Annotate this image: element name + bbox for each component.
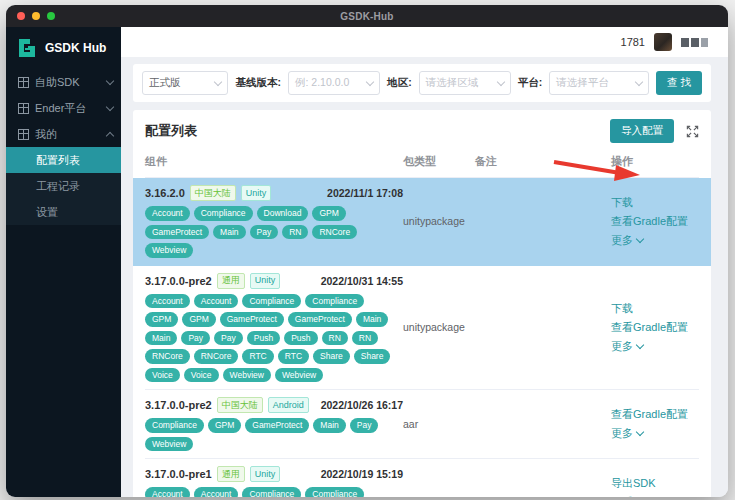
component-pill: Compliance (242, 294, 301, 309)
sidebar-item-project-records[interactable]: 工程记录 (6, 173, 121, 199)
action-link-more[interactable]: 更多 (611, 426, 699, 441)
component-pill: RNCore (145, 349, 190, 364)
zoom-window-icon[interactable] (47, 12, 55, 20)
import-config-button[interactable]: 导入配置 (610, 119, 674, 143)
component-pill: Account (145, 294, 190, 309)
chevron-down-icon (214, 77, 222, 85)
package-type-cell: unitypackage (403, 321, 475, 333)
baseline-version-label: 基线版本: (235, 76, 281, 90)
grid-icon (18, 129, 29, 140)
package-type-text: unitypackage (403, 215, 465, 227)
action-link-导出SDK[interactable]: 导出SDK (611, 476, 699, 491)
sidebar-item-mine[interactable]: 我的 (6, 121, 121, 147)
action-link-more[interactable]: 更多 (611, 339, 699, 354)
package-type-text: aar (403, 418, 418, 430)
action-link-查看Gradle配置[interactable]: 查看Gradle配置 (611, 214, 699, 229)
sidebar-item-label: 自助SDK (35, 75, 80, 90)
component-pill: Compliance (305, 294, 364, 309)
component-pill: GPM (145, 312, 178, 327)
sidebar-item-settings[interactable]: 设置 (6, 199, 121, 225)
date-text: 2022/10/26 16:17 (321, 399, 403, 411)
sidebar-item-label: Ender平台 (35, 101, 86, 116)
config-list-panel: 配置列表 导入配置 (133, 110, 711, 497)
column-header-operation: 操作 (611, 154, 699, 169)
close-window-icon[interactable] (17, 12, 25, 20)
release-type-select[interactable]: 正式版 (142, 71, 228, 95)
region-placeholder: 请选择区域 (426, 76, 479, 90)
platform-tag: Unity (250, 273, 281, 289)
region-select[interactable]: 请选择区域 (419, 71, 511, 95)
component-title-line: 3.16.2.0中国大陆Unity2022/11/1 17:08 (145, 185, 403, 201)
component-pill: Share (313, 349, 350, 364)
platform-select[interactable]: 请选择平台 (549, 71, 649, 95)
grid-icon (18, 103, 29, 114)
component-pill: Pay (214, 331, 243, 346)
component-pill: RNCore (194, 349, 239, 364)
date-text: 2022/11/1 17:08 (327, 187, 403, 199)
date-text: 2022/10/19 15:19 (321, 468, 403, 480)
component-pill: Account (194, 487, 239, 497)
user-avatar[interactable] (654, 33, 672, 51)
component-cell: 3.17.0.0-pre2通用Unity2022/10/31 14:55Acco… (145, 273, 403, 383)
operation-cell: 下载查看Gradle配置更多 (611, 195, 699, 248)
package-type-text: unitypackage (403, 496, 465, 497)
component-title-line: 3.17.0.0-pre1通用Unity2022/10/19 15:19 (145, 466, 403, 482)
table-row[interactable]: 3.17.0.0-pre2通用Unity2022/10/31 14:55Acco… (145, 266, 699, 391)
component-pill: Account (194, 294, 239, 309)
component-cell: 3.16.2.0中国大陆Unity2022/11/1 17:08AccountC… (145, 185, 403, 258)
top-header-bar: 1781 (121, 27, 728, 57)
user-name-text[interactable] (681, 38, 708, 47)
component-pill: RNCore (312, 225, 357, 240)
action-link-查看Gradle配置[interactable]: 查看Gradle配置 (611, 320, 699, 335)
region-tag: 中国大陆 (217, 397, 263, 413)
action-link-下载[interactable]: 下载 (611, 301, 699, 316)
sub-item-label: 工程记录 (36, 179, 80, 194)
baseline-version-select[interactable]: 例: 2.10.0.0 (288, 71, 380, 95)
component-pill: GPM (208, 418, 241, 433)
package-type-text: unitypackage (403, 321, 465, 333)
component-pill: Pay (181, 331, 210, 346)
package-type-cell: unitypackage (403, 215, 475, 227)
component-pill: GameProtect (245, 418, 309, 433)
component-pill: Share (354, 349, 391, 364)
sidebar-submenu: 配置列表 工程记录 设置 (6, 147, 121, 225)
traffic-lights (17, 5, 55, 27)
sidebar-item-self-sdk[interactable]: 自助SDK (6, 69, 121, 95)
action-link-more[interactable]: 更多 (611, 233, 699, 248)
component-pill: Compliance (194, 206, 253, 221)
component-pill: Push (284, 331, 317, 346)
sub-item-label: 设置 (36, 205, 58, 220)
action-link-下载[interactable]: 下载 (611, 195, 699, 210)
component-pills: AccountComplianceDownloadGPMGameProtectM… (145, 206, 403, 258)
minimize-window-icon[interactable] (32, 12, 40, 20)
table-row[interactable]: 3.17.0.0-pre1通用Unity2022/10/19 15:19Acco… (145, 459, 699, 497)
sidebar-item-config-list[interactable]: 配置列表 (6, 147, 121, 173)
sidebar-item-ender-platform[interactable]: Ender平台 (6, 95, 121, 121)
package-type-cell: aar (403, 418, 475, 430)
region-label: 地区: (387, 76, 412, 90)
window-title: GSDK-Hub (340, 11, 393, 22)
component-pill: GameProtect (145, 225, 209, 240)
chevron-down-icon (635, 77, 643, 85)
sidebar-item-label: 我的 (35, 127, 57, 142)
search-button[interactable]: 查 找 (656, 71, 702, 95)
component-pill: Webview (145, 243, 193, 258)
action-link-查看Gradle配置[interactable]: 查看Gradle配置 (611, 495, 699, 497)
chevron-down-icon (106, 102, 114, 110)
filter-bar: 正式版 基线版本: 例: 2.10.0.0 地区: 请选择区域 平台: (133, 64, 711, 102)
component-pill: GPM (312, 206, 345, 221)
chevron-up-icon (106, 131, 114, 139)
table-row[interactable]: 3.17.0.0-pre2中国大陆Android2022/10/26 16:17… (145, 390, 699, 459)
version-text: 3.17.0.0-pre2 (145, 399, 212, 411)
component-pill: GameProtect (220, 312, 284, 327)
component-pill: RTC (278, 349, 309, 364)
component-pill: Voice (145, 368, 180, 383)
action-link-查看Gradle配置[interactable]: 查看Gradle配置 (611, 407, 699, 422)
sidebar: GSDK Hub 自助SDK Ender平台 我的 配置列表 (6, 27, 121, 497)
component-pill: GameProtect (288, 312, 352, 327)
chevron-down-icon (636, 235, 644, 243)
component-pill: Account (145, 206, 190, 221)
fullscreen-toggle-icon[interactable] (686, 125, 699, 138)
table-row[interactable]: 3.16.2.0中国大陆Unity2022/11/1 17:08AccountC… (133, 178, 711, 266)
component-pill: Pay (350, 418, 379, 433)
